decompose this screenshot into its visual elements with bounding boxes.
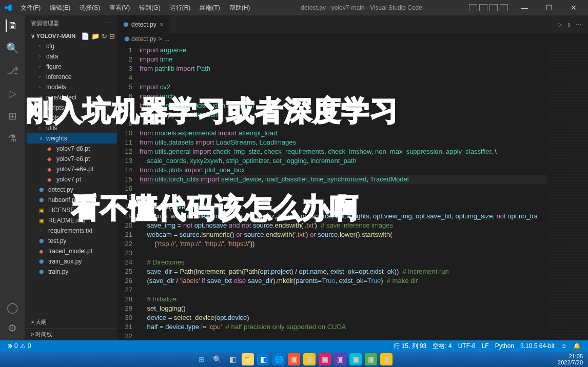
file-item[interactable]: ⬢detect.py [27,185,117,195]
folder-item[interactable]: ›cfg [27,41,117,51]
folder-item[interactable]: ›data [27,51,117,62]
app-icon[interactable]: ▣ [334,353,346,365]
panel-bottom-icon[interactable] [479,4,487,11]
pt-file-icon: ◆ [47,165,54,174]
chevron-icon: ∨ [39,134,44,143]
folder-item[interactable]: ›utils [27,123,117,133]
minimize-button[interactable]: — [514,1,535,15]
folder-item[interactable]: ›models [27,82,117,92]
taskbar-clock[interactable]: 21:05 2022/7/20 [558,353,583,365]
new-file-icon[interactable]: 📄 [81,32,89,40]
file-item[interactable]: ▣LICENSE.md [27,205,117,215]
app-icon[interactable]: ▣ [303,353,316,365]
file-item[interactable]: ⬢test.py [27,236,117,246]
menu-item[interactable]: 文件(F) [16,2,45,14]
testing-icon[interactable]: ⚗ [6,132,18,145]
folder-item[interactable]: ›tools [27,113,117,123]
refresh-icon[interactable]: ↻ [102,32,107,40]
file-item[interactable]: ⬢train.py [27,267,117,277]
run-icon[interactable]: ▷ [558,21,562,28]
file-item[interactable]: ◆traced_model.pt [27,246,117,256]
layout-icon[interactable] [500,4,508,11]
menu-item[interactable]: 帮助(H) [225,2,254,14]
window-controls: — ☐ ✕ [514,1,584,15]
titlebar: 文件(F)编辑(E)选择(S)查看(V)转到(G)运行(R)终端(T)帮助(H)… [0,0,588,15]
menu-item[interactable]: 转到(G) [135,2,164,14]
file-item[interactable]: ▣README.md [27,215,117,226]
app-icon[interactable]: ▣ [365,353,377,365]
project-root[interactable]: ∨ YOLOV7-MAIN 📄 📁 ↻ ⊟ [25,31,117,41]
search-taskbar-icon[interactable]: 🔍 [211,353,223,365]
python-file-icon: ⬢ [123,21,128,28]
maximize-button[interactable]: ☐ [539,1,559,15]
minimap[interactable] [547,45,588,340]
py-file-icon: ⬢ [39,236,46,246]
outline-section[interactable]: > 大纲 [25,316,117,328]
status-feedback-icon[interactable]: ☺ [558,342,570,351]
more-icon[interactable]: ⋯ [105,20,111,27]
collapse-icon[interactable]: ⊟ [109,32,115,40]
settings-gear-icon[interactable]: ⚙ [6,322,18,334]
code-content[interactable]: import argparseimport timefrom pathlib i… [140,45,547,340]
task-view-icon[interactable]: ◧ [226,353,239,365]
pt-file-icon: ◆ [39,247,46,256]
folder-item[interactable]: ›scripts [27,103,117,113]
app-icon[interactable]: ▣ [349,353,362,365]
source-control-icon[interactable]: ⎇ [6,65,18,77]
menu-item[interactable]: 编辑(E) [46,2,74,14]
file-item[interactable]: ⬢hubconf.py [27,195,117,205]
panel-right-icon[interactable] [489,4,498,11]
vscode-taskbar-icon[interactable]: ◧ [257,353,269,365]
status-interpreter[interactable]: 3.10.5 64-bit [517,342,558,351]
file-item[interactable]: ◆yolov7-d6.pt [27,144,117,154]
md-file-icon: ▣ [39,206,46,215]
folder-item[interactable]: ∨weights [27,133,117,144]
status-cursor[interactable]: 行 15, 列 93 [390,342,429,351]
file-item[interactable]: ◆yolov7-e6e.pt [27,164,117,174]
status-language[interactable]: Python [492,342,517,351]
app-icon[interactable]: ▣ [288,353,300,365]
folder-item[interactable]: ∨runs\detect [27,92,117,103]
explorer-taskbar-icon[interactable]: 📁 [242,353,254,365]
timeline-section[interactable]: > 时间线 [25,328,117,340]
file-item[interactable]: ◆yolov7.pt [27,174,117,185]
status-errors[interactable]: ⊗ 0 ⚠ 0 [4,342,34,350]
app-icon[interactable]: ▣ [319,353,331,365]
pt-file-icon: ◆ [47,144,54,153]
new-folder-icon[interactable]: 📁 [91,32,100,40]
editor-actions: ▷ ⫾ ⋯ [558,15,588,33]
account-icon[interactable]: ◯ [6,301,18,314]
status-eol[interactable]: LF [479,342,492,351]
pt-file-icon: ◆ [47,154,54,164]
close-button[interactable]: ✕ [563,1,584,15]
more-actions-icon[interactable]: ⋯ [576,21,582,28]
breadcrumb[interactable]: ⬢ detect.py > ... [117,33,588,45]
split-editor-icon[interactable]: ⫾ [567,21,571,28]
folder-item[interactable]: ›figure [27,62,117,72]
search-icon[interactable]: 🔍 [6,42,18,54]
status-bell-icon[interactable]: 🔔 [570,342,584,351]
menu-item[interactable]: 运行(R) [166,2,195,14]
file-item[interactable]: ≡requirements.txt [27,226,117,236]
explorer-icon[interactable]: 🗎 [6,19,18,32]
run-debug-icon[interactable]: ▷ [6,87,18,99]
close-tab-icon[interactable]: × [160,21,164,29]
status-spaces[interactable]: 空格: 4 [429,342,455,351]
folder-item[interactable]: ›inference [27,72,117,82]
status-bar: ⊗ 0 ⚠ 0 行 15, 列 93 空格: 4 UTF-8 LF Python… [0,340,588,352]
extensions-icon[interactable]: ⊞ [6,110,18,122]
menu-item[interactable]: 查看(V) [105,2,134,14]
app-icon[interactable]: ▣ [380,353,393,365]
menu-item[interactable]: 选择(S) [75,2,104,14]
file-item[interactable]: ⬢train_aux.py [27,256,117,267]
menu-item[interactable]: 终端(T) [195,2,224,14]
python-file-icon: ⬢ [124,35,129,43]
file-item[interactable]: ◆yolov7-e6.pt [27,154,117,164]
panel-left-icon[interactable] [469,4,477,11]
code-editor[interactable]: 1234567891011121314151617181920212223242… [117,45,588,340]
status-encoding[interactable]: UTF-8 [455,342,479,351]
chevron-icon: › [39,124,44,133]
tab-detect-py[interactable]: ⬢ detect.py × [117,15,170,33]
start-button[interactable]: ⊞ [195,353,208,365]
edge-taskbar-icon[interactable]: 🌐 [272,353,285,365]
